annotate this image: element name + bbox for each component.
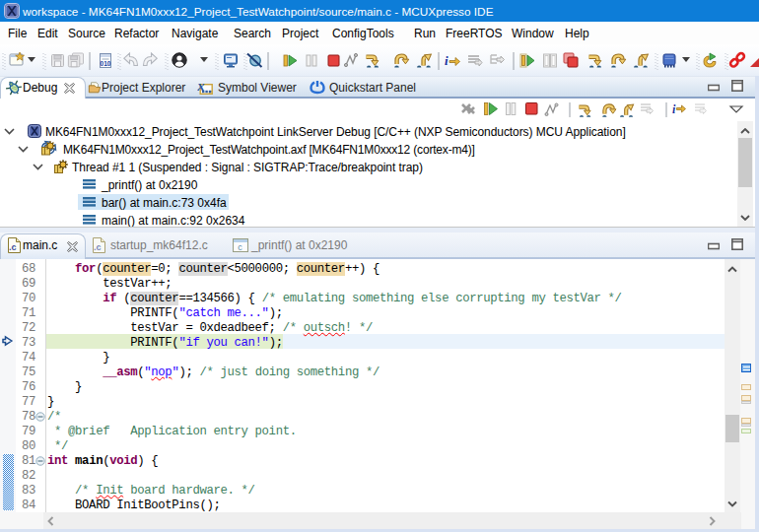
svg-text:i: i <box>672 102 676 116</box>
svg-text:x: x <box>197 80 205 94</box>
svg-text:010: 010 <box>101 60 111 67</box>
svg-text:i: i <box>445 53 448 68</box>
svg-text:c: c <box>238 242 242 252</box>
svg-text:.c: .c <box>94 242 102 252</box>
svg-text:.c: .c <box>9 242 17 252</box>
